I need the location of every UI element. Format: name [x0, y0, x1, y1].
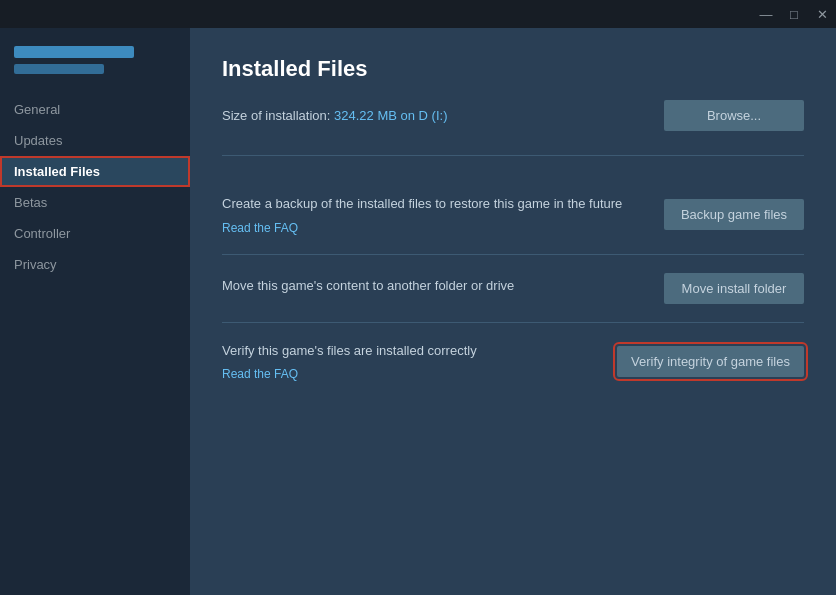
install-size-row: Size of installation: 324.22 MB on D (I:…: [222, 100, 804, 131]
section-divider: [222, 155, 804, 156]
action-btn-backup[interactable]: Backup game files: [664, 199, 804, 230]
sidebar-item-installed-files[interactable]: Installed Files: [0, 156, 190, 187]
action-left-backup: Create a backup of the installed files t…: [222, 194, 664, 236]
sidebar-item-controller[interactable]: Controller: [0, 218, 190, 249]
maximize-button[interactable]: □: [780, 0, 808, 28]
action-row-backup: Create a backup of the installed files t…: [222, 176, 804, 255]
sidebar-header: [0, 38, 190, 86]
page-title: Installed Files: [222, 56, 804, 82]
action-faq-backup[interactable]: Read the FAQ: [222, 221, 298, 235]
action-row-verify: Verify this game's files are installed c…: [222, 323, 804, 401]
sidebar-item-privacy[interactable]: Privacy: [0, 249, 190, 280]
install-size-label-text: Size of installation:: [222, 108, 330, 123]
main-layout: GeneralUpdatesInstalled FilesBetasContro…: [0, 28, 836, 595]
sidebar-nav: GeneralUpdatesInstalled FilesBetasContro…: [0, 94, 190, 280]
content-area: Installed Files Size of installation: 32…: [190, 28, 836, 595]
actions-container: Create a backup of the installed files t…: [222, 176, 804, 400]
action-desc-verify: Verify this game's files are installed c…: [222, 341, 597, 361]
action-desc-move: Move this game's content to another fold…: [222, 276, 644, 296]
action-btn-move[interactable]: Move install folder: [664, 273, 804, 304]
action-left-move: Move this game's content to another fold…: [222, 276, 664, 300]
action-row-move: Move this game's content to another fold…: [222, 255, 804, 323]
title-bar: — □ ✕: [0, 0, 836, 28]
close-button[interactable]: ✕: [808, 0, 836, 28]
browse-button[interactable]: Browse...: [664, 100, 804, 131]
sidebar-item-updates[interactable]: Updates: [0, 125, 190, 156]
action-faq-verify[interactable]: Read the FAQ: [222, 367, 298, 381]
minimize-button[interactable]: —: [752, 0, 780, 28]
install-size-value: 324.22 MB on D (I:): [334, 108, 447, 123]
sidebar-item-betas[interactable]: Betas: [0, 187, 190, 218]
action-left-verify: Verify this game's files are installed c…: [222, 341, 617, 383]
sidebar-header-bar1: [14, 46, 134, 58]
sidebar: GeneralUpdatesInstalled FilesBetasContro…: [0, 28, 190, 595]
sidebar-item-general[interactable]: General: [0, 94, 190, 125]
sidebar-header-bar2: [14, 64, 104, 74]
install-size-label: Size of installation: 324.22 MB on D (I:…: [222, 108, 447, 123]
action-desc-backup: Create a backup of the installed files t…: [222, 194, 644, 214]
action-btn-verify[interactable]: Verify integrity of game files: [617, 346, 804, 377]
